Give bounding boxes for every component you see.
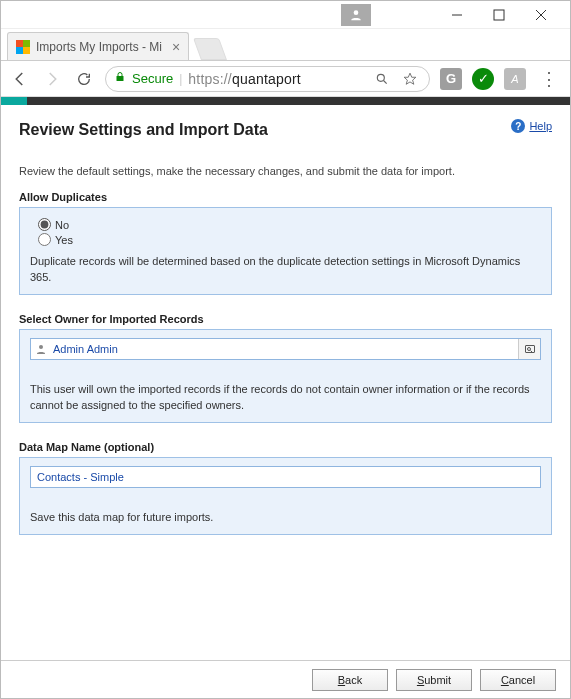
window-titlebar bbox=[1, 1, 570, 29]
maximize-button[interactable] bbox=[478, 1, 520, 29]
radio-yes-input[interactable] bbox=[38, 233, 51, 246]
star-icon[interactable] bbox=[399, 68, 421, 90]
radio-no-input[interactable] bbox=[38, 218, 51, 231]
browser-tab[interactable]: Imports My Imports - Mi × bbox=[7, 32, 189, 60]
datamap-input[interactable] bbox=[30, 466, 541, 488]
app-header-bar bbox=[1, 97, 570, 105]
reload-button[interactable] bbox=[73, 68, 95, 90]
divider: | bbox=[179, 72, 182, 86]
help-label: Help bbox=[529, 120, 552, 132]
address-bar[interactable]: Secure | https://quantaport bbox=[105, 66, 430, 92]
close-tab-icon[interactable]: × bbox=[172, 39, 180, 55]
ms-favicon bbox=[16, 40, 30, 54]
duplicates-label: Allow Duplicates bbox=[19, 191, 552, 203]
zoom-icon[interactable] bbox=[371, 68, 393, 90]
close-window-button[interactable] bbox=[520, 1, 562, 29]
svg-point-0 bbox=[354, 10, 359, 15]
owner-panel: Admin Admin This user will own the impor… bbox=[19, 329, 552, 423]
owner-lookup-field[interactable]: Admin Admin bbox=[30, 338, 541, 360]
svg-point-6 bbox=[377, 74, 384, 81]
radio-yes[interactable]: Yes bbox=[38, 233, 541, 246]
minimize-button[interactable] bbox=[436, 1, 478, 29]
browser-toolbar: Secure | https://quantaport G ✓ A ⋮ bbox=[1, 61, 570, 97]
new-tab-button[interactable] bbox=[193, 38, 227, 60]
duplicates-panel: No Yes Duplicate records will be determi… bbox=[19, 207, 552, 295]
back-button[interactable] bbox=[9, 68, 31, 90]
owner-hint: This user will own the imported records … bbox=[30, 382, 541, 414]
datamap-label: Data Map Name (optional) bbox=[19, 441, 552, 453]
svg-marker-8 bbox=[404, 73, 416, 84]
forward-button bbox=[41, 68, 63, 90]
lookup-icon[interactable] bbox=[518, 339, 540, 359]
extension-pdf-icon[interactable]: A bbox=[504, 68, 526, 90]
submit-button[interactable]: Submit bbox=[396, 669, 472, 691]
extension-g-icon[interactable]: G bbox=[440, 68, 462, 90]
svg-point-9 bbox=[39, 345, 43, 349]
account-icon[interactable] bbox=[341, 4, 371, 26]
owner-value: Admin Admin bbox=[51, 343, 518, 355]
duplicates-hint: Duplicate records will be determined bas… bbox=[30, 254, 541, 286]
lock-icon bbox=[114, 71, 126, 86]
datamap-panel: Save this data map for future imports. bbox=[19, 457, 552, 535]
wizard-footer: Back Submit Cancel bbox=[1, 660, 570, 698]
tab-title: Imports My Imports - Mi bbox=[36, 40, 162, 54]
radio-no[interactable]: No bbox=[38, 218, 541, 231]
secure-label: Secure bbox=[132, 71, 173, 86]
extension-check-icon[interactable]: ✓ bbox=[472, 68, 494, 90]
svg-line-7 bbox=[384, 80, 387, 83]
page-content: ? Help Review Settings and Import Data R… bbox=[1, 107, 570, 658]
svg-point-11 bbox=[527, 347, 530, 350]
page-title: Review Settings and Import Data bbox=[19, 121, 552, 139]
owner-label: Select Owner for Imported Records bbox=[19, 313, 552, 325]
browser-tabstrip: Imports My Imports - Mi × bbox=[1, 29, 570, 61]
help-link[interactable]: ? Help bbox=[511, 119, 552, 133]
svg-line-12 bbox=[530, 350, 532, 352]
back-wizard-button[interactable]: Back bbox=[312, 669, 388, 691]
cancel-button[interactable]: Cancel bbox=[480, 669, 556, 691]
intro-text: Review the default settings, make the ne… bbox=[19, 165, 552, 177]
browser-menu-icon[interactable]: ⋮ bbox=[536, 68, 562, 90]
datamap-hint: Save this data map for future imports. bbox=[30, 510, 541, 526]
url-text: https://quantaport bbox=[188, 71, 301, 87]
svg-rect-2 bbox=[494, 10, 504, 20]
help-icon: ? bbox=[511, 119, 525, 133]
svg-rect-5 bbox=[117, 76, 124, 81]
person-icon bbox=[31, 343, 51, 355]
